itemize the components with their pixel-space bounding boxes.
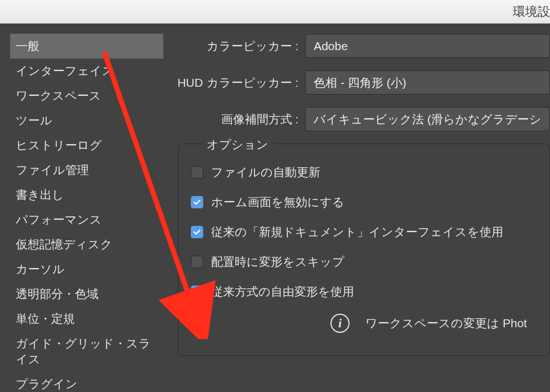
window-title: 環境設 xyxy=(513,3,550,20)
checkbox-row: 従来方式の自由変形を使用 xyxy=(191,284,544,300)
checkbox-label: ホーム画面を無効にする xyxy=(211,194,345,210)
checkbox-label: 配置時に変形をスキップ xyxy=(211,254,345,270)
interpolation-select[interactable]: バイキュービック法 (滑らかなグラデーシ xyxy=(305,107,550,131)
sidebar-item[interactable]: プラグイン xyxy=(10,372,163,392)
checkbox-label: 従来の「新規ドキュメント」インターフェイスを使用 xyxy=(211,224,503,240)
sidebar-item[interactable]: 透明部分・色域 xyxy=(10,282,163,306)
checkbox-row: ファイルの自動更新 xyxy=(191,164,544,180)
checkbox-row: 従来の「新規ドキュメント」インターフェイスを使用 xyxy=(191,224,544,240)
color-picker-select[interactable]: Adobe xyxy=(305,34,550,58)
sidebar-item[interactable]: ファイル管理 xyxy=(10,158,163,182)
hud-picker-select[interactable]: 色相 - 四角形 (小) xyxy=(305,70,550,95)
checkbox-row: ホーム画面を無効にする xyxy=(191,194,544,210)
checkbox-label: ファイルの自動更新 xyxy=(211,164,320,180)
options-group: オプション ファイルの自動更新ホーム画面を無効にする従来の「新規ドキュメント」イ… xyxy=(178,144,550,356)
workspace-change-info: ワークスペースの変更は Phot xyxy=(365,315,527,331)
sidebar-item[interactable]: 単位・定規 xyxy=(10,306,163,331)
color-picker-label: カラーピッカー : xyxy=(175,38,305,54)
options-legend: オプション xyxy=(201,137,274,153)
sidebar-item[interactable]: ツール xyxy=(10,108,163,133)
preferences-main: カラーピッカー : Adobe HUD カラーピッカー : 色相 - 四角形 (… xyxy=(163,24,550,392)
sidebar-item[interactable]: ヒストリーログ xyxy=(10,133,163,158)
sidebar-item[interactable]: 一般 xyxy=(10,34,163,59)
sidebar-item[interactable]: 書き出し xyxy=(10,182,163,207)
sidebar-item[interactable]: カーソル xyxy=(10,257,163,282)
sidebar-item[interactable]: インターフェイス xyxy=(10,59,163,83)
checkbox-row: 配置時に変形をスキップ xyxy=(191,254,544,270)
checkbox[interactable] xyxy=(191,256,203,268)
checkbox[interactable] xyxy=(191,286,203,298)
window-titlebar: 環境設 xyxy=(0,0,550,24)
sidebar-item[interactable]: パフォーマンス xyxy=(10,207,163,232)
interpolation-label: 画像補間方式 : xyxy=(175,112,305,127)
hud-picker-label: HUD カラーピッカー : xyxy=(175,75,305,91)
info-icon: i xyxy=(330,314,350,333)
sidebar-item[interactable]: ワークスペース xyxy=(10,83,163,108)
checkbox[interactable] xyxy=(191,166,203,179)
sidebar-item[interactable]: 仮想記憶ディスク xyxy=(10,232,163,257)
checkbox[interactable] xyxy=(191,196,203,208)
preferences-sidebar: 一般インターフェイスワークスペースツールヒストリーログファイル管理書き出しパフォ… xyxy=(0,24,163,392)
sidebar-item[interactable]: ガイド・グリッド・スライス xyxy=(10,331,163,372)
checkbox-label: 従来方式の自由変形を使用 xyxy=(211,284,354,300)
checkbox[interactable] xyxy=(191,226,203,238)
